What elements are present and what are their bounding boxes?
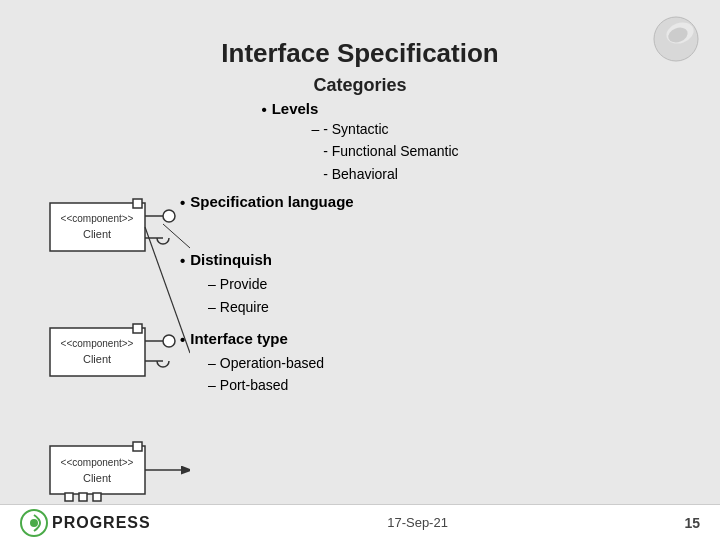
bullet-dot-levels: • — [261, 101, 266, 118]
interface-type-row: • Interface type — [180, 330, 690, 348]
progress-logo-icon — [20, 509, 48, 537]
page-title: Interface Specification — [30, 38, 690, 69]
levels-items: –- Syntactic - Functional Semantic - Beh… — [311, 118, 458, 185]
svg-text:<<component>>: <<component>> — [61, 338, 134, 349]
svg-rect-18 — [50, 446, 145, 494]
spec-lang-row: • Specification language — [180, 193, 690, 211]
diagrams-area: <<component>> Client <<component>> Clien… — [45, 198, 190, 528]
svg-rect-23 — [79, 493, 87, 501]
svg-text:Client: Client — [83, 353, 111, 365]
categories-label: Categories — [30, 75, 690, 96]
slide-number: 15 — [684, 515, 700, 531]
top-logo-circle — [652, 15, 700, 63]
interface-type-item-1: – Operation-based — [208, 352, 690, 374]
levels-item-3: - Behavioral — [311, 163, 458, 185]
svg-rect-3 — [50, 203, 145, 251]
title-section: Interface Specification Categories • Lev… — [30, 20, 690, 185]
distinguish-item-2: – Require — [208, 296, 690, 318]
progress-brand-text: PROGRESS — [52, 514, 151, 532]
svg-line-26 — [145, 227, 190, 353]
svg-rect-22 — [65, 493, 73, 501]
levels-label: Levels — [272, 100, 319, 117]
levels-item-1: –- Syntactic — [311, 118, 458, 140]
svg-text:<<component>>: <<component>> — [61, 457, 134, 468]
spec-lang-label: Specification language — [190, 193, 353, 210]
svg-rect-24 — [93, 493, 101, 501]
interface-type-label: Interface type — [190, 330, 288, 347]
svg-rect-12 — [133, 324, 142, 333]
svg-rect-19 — [133, 442, 142, 451]
distinguish-row: • Distinquish — [180, 251, 690, 269]
svg-point-28 — [30, 519, 38, 527]
distinguish-item-1: – Provide — [208, 273, 690, 295]
levels-sub-list: –- Syntactic - Functional Semantic - Beh… — [283, 118, 458, 185]
diagrams-svg: <<component>> Client <<component>> Clien… — [45, 198, 190, 518]
levels-item-2: - Functional Semantic — [311, 140, 458, 162]
interface-type-item-2: – Port-based — [208, 374, 690, 396]
svg-point-8 — [163, 210, 175, 222]
svg-text:Client: Client — [83, 472, 111, 484]
svg-text:Client: Client — [83, 228, 111, 240]
distinguish-sub-list: – Provide – Require — [208, 273, 690, 318]
distinguish-label: Distinquish — [190, 251, 272, 268]
middle-area: <<component>> Client <<component>> Clien… — [30, 193, 690, 397]
svg-line-10 — [163, 224, 190, 248]
progress-logo: PROGRESS — [20, 509, 151, 537]
slide-date: 17-Sep-21 — [387, 515, 448, 530]
right-bullets: • Specification language • Distinquish –… — [180, 193, 690, 397]
svg-rect-4 — [133, 199, 142, 208]
bottom-bar: PROGRESS 17-Sep-21 15 — [0, 504, 720, 540]
slide: Interface Specification Categories • Lev… — [0, 0, 720, 540]
svg-rect-11 — [50, 328, 145, 376]
svg-text:<<component>>: <<component>> — [61, 213, 134, 224]
svg-point-16 — [163, 335, 175, 347]
interface-type-sub-list: – Operation-based – Port-based — [208, 352, 690, 397]
